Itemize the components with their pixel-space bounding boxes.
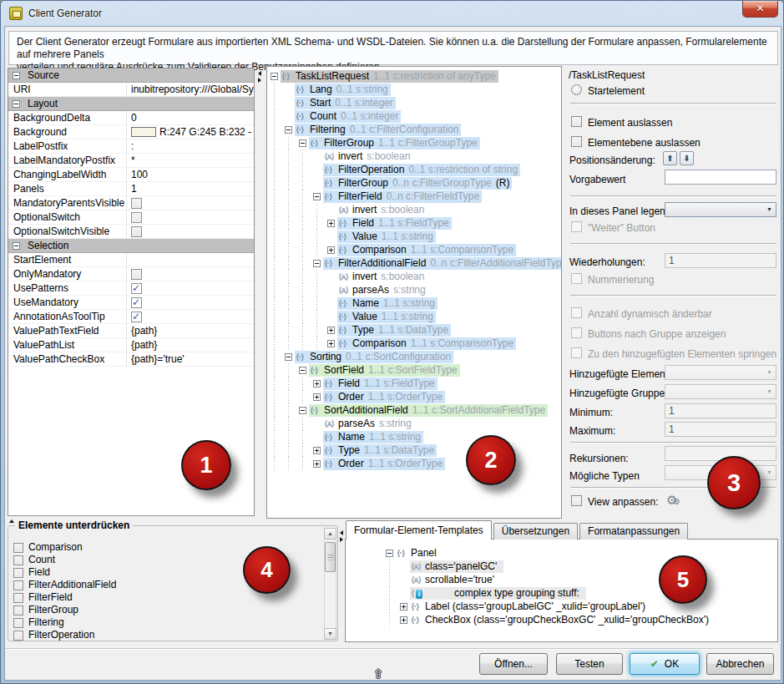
property-group-row[interactable]: Layout: [8, 97, 254, 111]
expand-icon[interactable]: [313, 393, 321, 401]
scroll-thumb[interactable]: [325, 542, 336, 572]
property-value[interactable]: [127, 212, 254, 223]
property-value[interactable]: [127, 312, 254, 322]
collapse-icon[interactable]: [299, 407, 306, 414]
tree-node[interactable]: Filtering0..1 c:FilterConfiguration: [267, 123, 561, 136]
scroll-down-button[interactable]: ▼: [324, 628, 336, 640]
schema-tree[interactable]: TaskListRequest1..1 c:restriction of any…: [266, 66, 562, 519]
property-value[interactable]: [127, 226, 254, 237]
tree-node[interactable]: FilterField0..n c:FilterFieldType: [267, 190, 561, 203]
expand-icon[interactable]: [327, 246, 335, 254]
expand-icon[interactable]: [327, 340, 335, 347]
tree-node[interactable]: inverts:boolean: [267, 203, 561, 216]
tree-node[interactable]: Sorting0..1 c:SortConfiguration: [267, 350, 561, 363]
property-row[interactable]: UseMandatory: [8, 296, 254, 310]
property-checkbox[interactable]: [131, 283, 142, 294]
expand-icon[interactable]: [313, 460, 321, 468]
cancel-button[interactable]: Abbrechen: [706, 653, 774, 675]
property-row[interactable]: OnlyMandatory: [8, 267, 254, 281]
property-value[interactable]: 0: [127, 112, 254, 124]
suppress-checkbox[interactable]: [13, 543, 23, 553]
tree-node[interactable]: CheckBox (class='groupCheckBoxGC' _xulid…: [349, 613, 750, 626]
property-row[interactable]: ValuePathCheckBox{path}='true': [8, 352, 254, 367]
tab-formatanpassungen[interactable]: Formatanpassungen: [579, 523, 688, 540]
property-row[interactable]: LabelPostfix:: [8, 139, 254, 154]
suppress-item[interactable]: FilterGroup: [12, 604, 327, 616]
splitter-propgrid-tree[interactable]: [256, 71, 266, 84]
property-row[interactable]: URIinubitrepository:///Global/Syste...: [8, 83, 254, 97]
collapse-icon[interactable]: [299, 139, 306, 147]
collapse-icon[interactable]: [285, 126, 292, 134]
startelement-radio[interactable]: [571, 84, 582, 95]
tree-node[interactable]: Name1..1 s:string: [267, 430, 561, 443]
tree-node[interactable]: Type1..1 s:DataType: [267, 323, 561, 337]
view-anpassen-checkbox[interactable]: [571, 495, 582, 506]
tab-formular-element-templates[interactable]: Formular-Element-Templates: [346, 520, 492, 540]
property-checkbox[interactable]: [131, 297, 142, 308]
property-row[interactable]: BackgroundDelta0: [8, 111, 254, 125]
move-down-button[interactable]: ⬇: [680, 151, 694, 165]
property-checkbox[interactable]: [131, 312, 142, 322]
property-value[interactable]: inubitrepository:///Global/Syste...: [127, 84, 254, 95]
tree-node[interactable]: Lang0..1 s:string: [267, 83, 561, 96]
suppress-checkbox[interactable]: [13, 580, 23, 590]
property-row[interactable]: ValuePathTextField{path}: [8, 324, 254, 338]
property-value[interactable]: {path}: [127, 325, 254, 337]
suppress-checkbox[interactable]: [13, 618, 23, 628]
suppress-item[interactable]: FilterOperation: [12, 629, 327, 641]
property-checkbox[interactable]: [131, 212, 142, 223]
suppress-item[interactable]: FilterField: [12, 591, 327, 604]
tree-node[interactable]: inverts:boolean: [267, 270, 561, 283]
property-row[interactable]: UsePatterns: [8, 281, 254, 296]
expand-icon[interactable]: [400, 603, 407, 611]
expand-icon[interactable]: [327, 220, 335, 227]
weiter-button-checkbox[interactable]: [571, 221, 582, 232]
tree-node[interactable]: inverts:boolean: [267, 149, 561, 163]
property-row[interactable]: AnnotationAsToolTip: [8, 310, 254, 324]
collapse-icon[interactable]: [13, 100, 20, 108]
tree-node[interactable]: Start0..1 s:integer: [267, 96, 561, 109]
tree-node[interactable]: Value1..1 s:string: [267, 310, 561, 323]
gears-icon[interactable]: ⚙: [666, 493, 677, 508]
property-row[interactable]: MandatoryParentsVisible: [8, 196, 254, 210]
property-checkbox[interactable]: [131, 269, 142, 280]
panel-legen-dropdown[interactable]: [665, 202, 776, 217]
property-value[interactable]: [127, 198, 254, 209]
property-value[interactable]: [127, 269, 254, 280]
tree-node[interactable]: FilterGroup1..1 c:FilterGroupType: [267, 136, 561, 149]
property-row[interactable]: ValuePathList{path}: [8, 338, 254, 352]
tree-node[interactable]: Field1..1 s:FieldType: [267, 216, 561, 230]
tab-uebersetzungen[interactable]: Übersetzungen: [493, 523, 578, 540]
property-row[interactable]: StartElement: [8, 253, 254, 267]
hinzu-elemente-dropdown[interactable]: [665, 365, 776, 380]
suppress-checkbox[interactable]: [13, 631, 23, 641]
wiederholungen-input[interactable]: 1: [665, 253, 776, 268]
property-value[interactable]: :: [127, 140, 254, 152]
suppress-item[interactable]: Filtering: [12, 616, 327, 629]
expand-icon[interactable]: [327, 327, 335, 334]
collapse-icon[interactable]: [313, 193, 321, 200]
property-row[interactable]: BackgroundR:247 G:245 B:232 - #F7F...: [8, 125, 254, 139]
suppress-checkbox[interactable]: [13, 593, 23, 603]
property-value[interactable]: 1: [127, 183, 254, 195]
tree-node[interactable]: parseAss:string: [267, 417, 561, 430]
property-value[interactable]: *: [127, 155, 254, 166]
tree-node[interactable]: SortAdditionalField1..1 c:SortAdditional…: [267, 403, 561, 417]
property-checkbox[interactable]: [131, 198, 142, 209]
property-row[interactable]: OptionalSwitchVisible: [8, 225, 254, 239]
property-value[interactable]: R:247 G:245 B:232 - #F7F...: [127, 126, 254, 138]
element-auslassen-checkbox[interactable]: [571, 116, 582, 127]
maximum-input[interactable]: 1: [665, 422, 776, 437]
expand-icon[interactable]: [400, 616, 407, 624]
tree-node[interactable]: Order1..1 s:OrderType: [267, 457, 561, 470]
property-row[interactable]: ChangingLabelWidth100: [8, 168, 254, 182]
tree-node[interactable]: SortField1..1 c:SortFieldType: [267, 363, 561, 377]
property-group-row[interactable]: Source: [8, 68, 254, 83]
collapse-icon[interactable]: [299, 367, 306, 374]
property-value[interactable]: {path}: [127, 339, 254, 351]
nummerierung-checkbox[interactable]: [571, 273, 582, 284]
property-value[interactable]: 100: [127, 169, 254, 180]
tree-node[interactable]: Field1..1 s:FieldType: [267, 377, 561, 390]
collapse-icon[interactable]: [285, 353, 292, 361]
tree-node[interactable]: Type1..1 s:DataType: [267, 443, 561, 457]
